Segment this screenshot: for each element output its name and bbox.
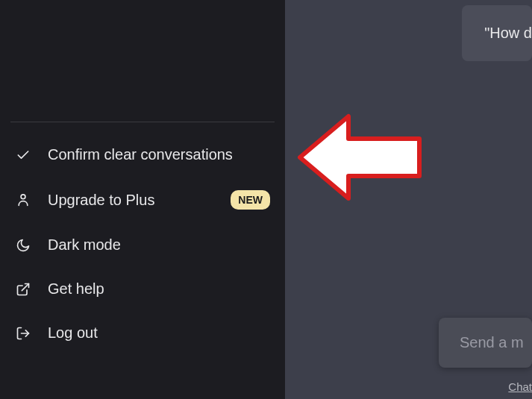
get-help-button[interactable]: Get help: [0, 267, 285, 311]
menu-item-label: Dark mode: [48, 236, 121, 254]
main-panel: "How d Send a m Chat: [285, 0, 532, 399]
moon-icon: [15, 237, 31, 254]
new-badge: NEW: [231, 190, 270, 210]
sidebar-top: Confirm clear conversations Upgrade to P…: [0, 0, 285, 399]
menu-item-label: Confirm clear conversations: [48, 146, 233, 163]
svg-point-0: [21, 195, 25, 199]
footer-link[interactable]: Chat: [508, 380, 532, 393]
external-link-icon: [15, 281, 31, 298]
confirm-clear-conversations-button[interactable]: Confirm clear conversations: [0, 133, 285, 177]
log-out-button[interactable]: Log out: [0, 311, 285, 355]
logout-icon: [15, 325, 31, 342]
person-icon: [15, 192, 31, 208]
example-text: "How d: [484, 25, 532, 41]
check-icon: [15, 147, 31, 163]
sidebar-menu: Confirm clear conversations Upgrade to P…: [0, 122, 285, 361]
svg-line-1: [22, 283, 28, 290]
upgrade-to-plus-button[interactable]: Upgrade to Plus NEW: [0, 177, 285, 223]
menu-item-label: Log out: [48, 324, 98, 342]
dark-mode-button[interactable]: Dark mode: [0, 223, 285, 267]
menu-item-label: Get help: [48, 280, 104, 298]
menu-item-label: Upgrade to Plus: [48, 192, 154, 209]
footer-text: Chat: [508, 380, 532, 393]
example-prompt[interactable]: "How d: [462, 5, 532, 61]
message-input[interactable]: Send a m: [439, 318, 532, 368]
input-placeholder: Send a m: [460, 334, 524, 351]
sidebar: Confirm clear conversations Upgrade to P…: [0, 0, 285, 399]
